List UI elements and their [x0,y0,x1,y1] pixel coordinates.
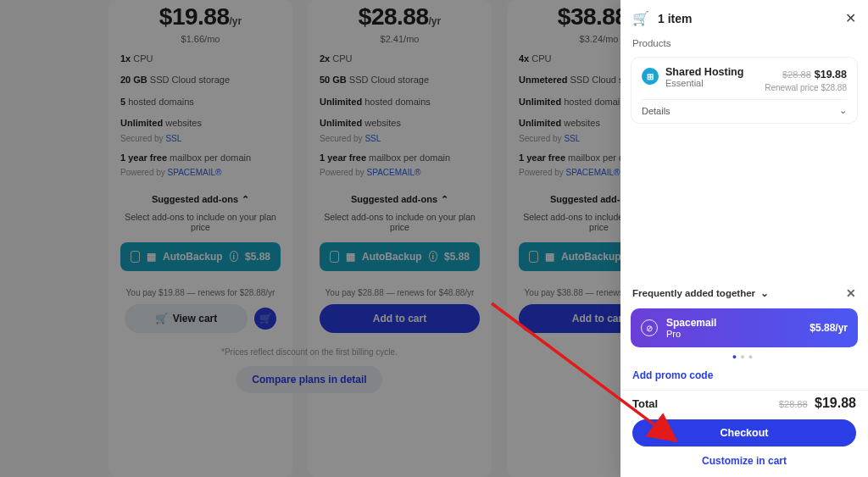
upsell-price: $5.88/yr [810,322,848,334]
cart-drawer: 🛒 1 item ✕ Products ⊞ Shared Hosting Ess… [620,0,868,477]
product-icon: ⊞ [642,68,659,85]
total-label: Total [632,397,658,410]
chevron-down-icon[interactable]: ⌄ [760,287,769,299]
product-tier: Essential [665,78,743,88]
overlay-dim[interactable] [0,0,620,477]
total-new: $19.88 [815,396,856,410]
customize-in-cart-link[interactable]: Customize in cart [620,452,868,477]
product-price-old: $28.88 [782,69,811,80]
details-toggle[interactable]: Details ⌄ [642,99,847,116]
total-old: $28.88 [779,399,808,409]
close-icon[interactable]: ✕ [846,286,856,300]
product-renewal: Renewal price $28.88 [765,83,847,92]
carousel-dots[interactable]: ●●● [620,347,868,361]
close-icon[interactable]: ✕ [845,10,856,26]
product-price-new: $19.88 [815,69,847,80]
chevron-down-icon: ⌄ [839,105,847,116]
upsell-spacemail[interactable]: ⊘ Spacemail Pro $5.88/yr [631,308,858,347]
denied-icon: ⊘ [641,319,658,336]
product-name: Shared Hosting [665,66,743,78]
cart-product-card: ⊞ Shared Hosting Essential $28.88$19.88 … [631,57,858,124]
frequently-added-label: Frequently added together [632,288,755,298]
add-promo-code-link[interactable]: Add promo code [620,361,868,390]
products-label: Products [620,33,868,57]
cart-title: 1 item [658,12,692,25]
upsell-tier: Pro [666,329,716,339]
checkout-button[interactable]: Checkout [632,419,856,446]
upsell-name: Spacemail [666,317,716,329]
cart-icon: 🛒 [632,10,649,26]
